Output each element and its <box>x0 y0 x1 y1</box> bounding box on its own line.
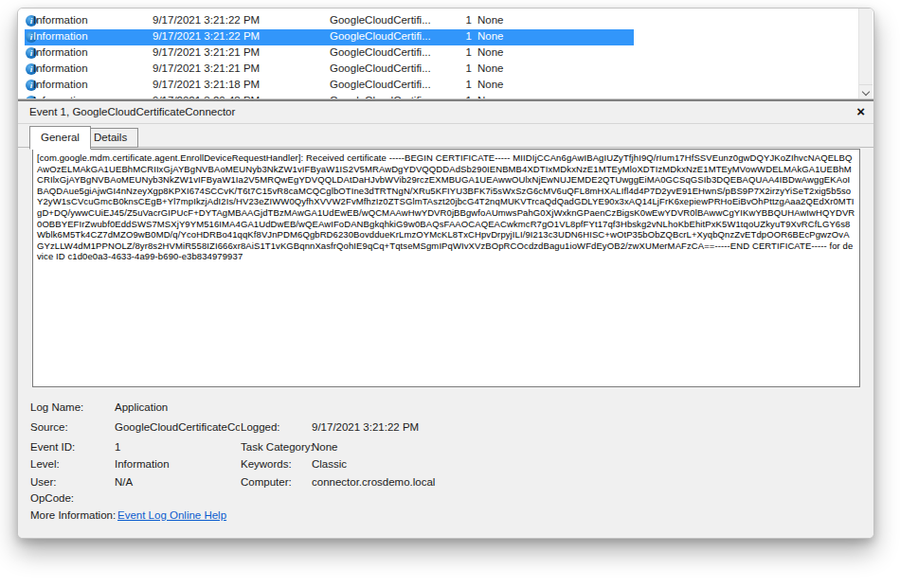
tab-strip-divider <box>18 147 873 148</box>
field-value-computer: connector.crosdemo.local <box>312 476 435 488</box>
event-datetime: 9/17/2021 3:21:21 PM <box>153 46 260 58</box>
event-list-row[interactable]: i Information 9/17/2021 3:21:22 PM Googl… <box>25 13 634 29</box>
event-task-category: None <box>477 46 504 58</box>
tab-general[interactable]: General <box>29 126 91 150</box>
vertical-scrollbar[interactable] <box>858 9 873 98</box>
event-datetime: 9/17/2021 3:21:21 PM <box>153 62 260 74</box>
event-level: Information <box>33 62 88 74</box>
more-information-label: More Information: <box>30 509 116 521</box>
event-source: GoogleCloudCertifi... <box>330 79 431 90</box>
event-datetime: 9/17/2021 3:21:22 PM <box>153 14 260 26</box>
event-id: 1 <box>451 62 472 74</box>
field-value-task-category: None <box>312 441 338 453</box>
field-label: OpCode: <box>30 492 74 504</box>
event-message-box[interactable]: [com.google.mdm.certificate.agent.Enroll… <box>32 149 860 387</box>
event-source: GoogleCloudCertifi... <box>330 62 431 74</box>
event-id: 1 <box>451 30 472 42</box>
field-value-log-name: Application <box>115 401 168 413</box>
event-list: i Information 9/17/2021 3:21:22 PM Googl… <box>18 9 873 98</box>
field-label: Log Name: <box>30 401 83 413</box>
chevron-down-icon <box>862 88 870 96</box>
event-list-row-selected[interactable]: i Information 9/17/2021 3:21:22 PM Googl… <box>25 29 634 45</box>
field-value-user: N/A <box>115 476 133 488</box>
event-source: GoogleCloudCertifi... <box>330 46 431 58</box>
title-divider <box>18 123 873 124</box>
field-label: Keywords: <box>241 458 292 470</box>
field-value-level: Information <box>115 458 170 470</box>
event-task-category: None <box>477 14 504 26</box>
event-list-row[interactable]: i Information 9/17/2021 3:21:21 PM Googl… <box>25 62 634 78</box>
event-datetime: 9/17/2021 3:21:22 PM <box>153 30 260 42</box>
field-value-event-id: 1 <box>115 441 120 453</box>
field-label: Level: <box>30 458 60 470</box>
event-source: GoogleCloudCertifi... <box>330 14 431 26</box>
event-level: Information <box>33 46 88 58</box>
field-label: Source: <box>30 421 68 433</box>
field-label: Computer: <box>241 476 292 488</box>
event-task-category: None <box>477 62 504 74</box>
field-value-source: GoogleCloudCertificateConn <box>115 421 240 433</box>
close-icon[interactable]: × <box>856 103 865 120</box>
event-id: 1 <box>451 14 472 26</box>
event-detail-pane: Event 1, GoogleCloudCertificateConnector… <box>18 101 873 538</box>
field-label: User: <box>30 476 56 488</box>
event-viewer-window: i Information 9/17/2021 3:21:22 PM Googl… <box>17 8 874 539</box>
field-label: Event ID: <box>30 441 75 453</box>
event-id: 1 <box>451 79 472 90</box>
event-level: Information <box>33 14 88 26</box>
event-list-row[interactable]: i Information 9/17/2021 3:21:18 PM Googl… <box>25 78 634 94</box>
event-list-row[interactable]: i Information 9/17/2021 3:21:21 PM Googl… <box>25 45 634 62</box>
event-task-category: None <box>477 79 504 90</box>
event-id: 1 <box>451 46 472 58</box>
field-value-keywords: Classic <box>312 458 347 470</box>
event-detail-title: Event 1, GoogleCloudCertificateConnector <box>29 106 235 117</box>
event-message-text: [com.google.mdm.certificate.agent.Enroll… <box>37 152 855 262</box>
event-level: Information <box>33 30 88 42</box>
field-label: Task Category: <box>241 441 314 453</box>
event-source: GoogleCloudCertifi... <box>330 30 431 42</box>
event-task-category: None <box>477 30 504 42</box>
event-datetime: 9/17/2021 3:21:18 PM <box>153 79 260 90</box>
event-log-online-help-link[interactable]: Event Log Online Help <box>117 509 226 521</box>
scroll-down-button[interactable] <box>859 84 873 98</box>
field-label: Logged: <box>241 421 280 433</box>
field-value-logged: 9/17/2021 3:21:22 PM <box>312 421 419 433</box>
event-level: Information <box>33 79 88 90</box>
